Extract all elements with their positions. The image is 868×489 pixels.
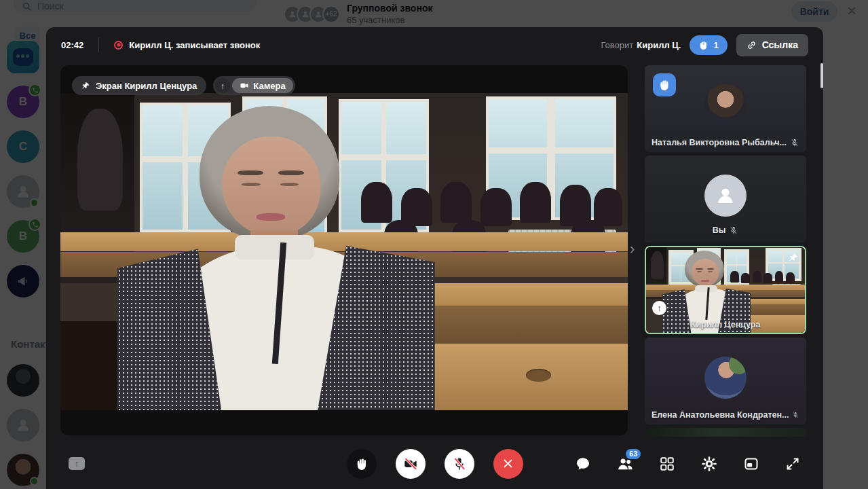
fullscreen-button[interactable] — [785, 456, 801, 472]
camera-off-icon — [403, 456, 418, 471]
call-header: 02:42 Кирилл Ц. записывает звонок Говори… — [46, 27, 823, 62]
screen-share-button[interactable]: ↑ — [69, 457, 85, 470]
camera-toggle-button[interactable] — [396, 449, 426, 479]
participant-tile[interactable]: Наталья Викторовна Рыбальч... — [645, 65, 806, 152]
share-arrow-icon: ↑ — [657, 303, 662, 313]
sidebar-scrollbar[interactable] — [820, 63, 823, 88]
participant-name: Наталья Викторовна Рыбальч... — [652, 138, 787, 147]
active-speaker: ГоворитКирилл Ц. — [601, 40, 681, 50]
participant-name: Кирилл Ценцура — [691, 320, 761, 329]
grid-view-button[interactable] — [659, 456, 675, 472]
view-switcher[interactable]: ↑ Камера — [213, 76, 295, 95]
mic-off-icon — [452, 456, 467, 471]
recording-status: Кирилл Ц. записывает звонок — [129, 40, 260, 50]
classroom-video-frame — [60, 93, 628, 410]
participant-tile-partial[interactable] — [645, 428, 806, 437]
mic-muted-icon — [792, 410, 799, 420]
divider — [98, 37, 99, 52]
recording-icon — [114, 41, 123, 50]
call-timer: 02:42 — [61, 40, 83, 50]
close-icon — [502, 458, 514, 469]
participants-button[interactable]: 63 — [616, 455, 634, 473]
hand-raised-badge — [653, 73, 676, 96]
camera-toggle-label: Камера — [253, 81, 285, 91]
link-icon — [747, 40, 757, 50]
avatar — [704, 84, 747, 126]
screen-share-toggle[interactable]: ↑ — [215, 78, 230, 93]
copy-link-button[interactable]: Ссылка — [736, 34, 808, 56]
gear-icon — [700, 455, 718, 473]
hand-icon — [698, 40, 709, 50]
settings-button[interactable] — [700, 455, 718, 473]
fullscreen-icon — [785, 456, 801, 472]
camera-toggle[interactable]: Камера — [232, 78, 293, 93]
person-icon — [714, 184, 737, 207]
participant-tile[interactable]: Елена Анатольевна Кондратен... — [645, 338, 806, 424]
raise-hand-button[interactable] — [347, 449, 377, 479]
raised-hands-count: 1 — [713, 40, 718, 50]
link-button-label: Ссылка — [762, 39, 798, 50]
hand-icon — [355, 457, 369, 471]
participants-sidebar: Наталья Викторовна Рыбальч... Вы — [645, 65, 806, 437]
participant-name: Вы — [713, 225, 726, 235]
avatar — [704, 357, 747, 399]
call-toolbar: ↑ 63 — [46, 438, 823, 489]
participant-name: Елена Анатольевна Кондратен... — [652, 410, 789, 420]
hand-icon — [658, 79, 671, 91]
mic-toggle-button[interactable] — [445, 449, 474, 479]
speaker-prefix: Говорит — [601, 40, 633, 50]
collapse-sidebar-chevron-icon[interactable]: › — [630, 242, 635, 257]
chat-button[interactable] — [575, 456, 591, 472]
participant-tile-self[interactable]: Вы — [645, 156, 806, 242]
avatar-placeholder — [704, 175, 747, 217]
speaker-name: Кирилл Ц. — [637, 40, 681, 50]
speaker-person — [117, 106, 435, 410]
pin-icon — [81, 82, 90, 90]
participant-tile-speaking[interactable]: ↑ Кирилл Ценцура — [645, 246, 806, 334]
participants-count-badge: 63 — [626, 449, 641, 459]
pin-icon[interactable] — [789, 253, 799, 266]
main-video: Экран Кирилл Ценцура ↑ Камера — [60, 65, 628, 435]
screen-sharing-badge: ↑ — [652, 301, 666, 315]
pip-button[interactable] — [743, 456, 759, 472]
camera-icon — [240, 81, 249, 90]
pinned-screen-pill[interactable]: Экран Кирилл Ценцура — [72, 76, 206, 95]
end-call-button[interactable] — [493, 449, 523, 479]
picture-in-picture-icon — [743, 456, 759, 472]
raised-hands-button[interactable]: 1 — [690, 35, 727, 55]
mic-muted-icon — [729, 225, 738, 235]
mic-muted-icon — [790, 138, 799, 147]
call-window: 02:42 Кирилл Ц. записывает звонок Говори… — [46, 27, 823, 489]
chat-icon — [575, 456, 591, 472]
share-arrow-icon: ↑ — [75, 458, 79, 469]
share-arrow-icon: ↑ — [221, 81, 225, 91]
pinned-screen-label: Экран Кирилл Ценцура — [96, 81, 197, 91]
grid-icon — [659, 456, 675, 472]
